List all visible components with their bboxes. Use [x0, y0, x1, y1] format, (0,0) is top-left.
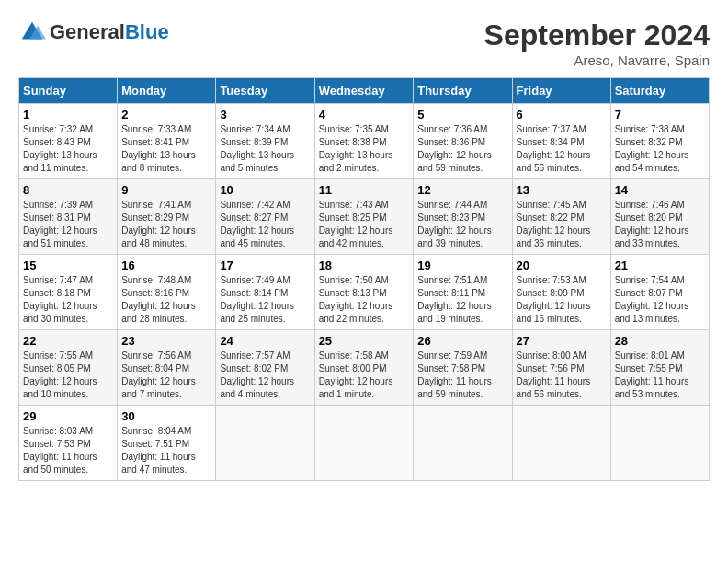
day-number: 6	[517, 108, 607, 121]
sunset-text: Sunset: 8:25 PM	[319, 213, 387, 223]
table-row: 9 Sunrise: 7:41 AM Sunset: 8:29 PM Dayli…	[118, 179, 216, 255]
daylight-text: Daylight: 12 hours and 7 minutes.	[121, 376, 196, 399]
logo-text: GeneralBlue	[50, 21, 169, 43]
table-row: 19 Sunrise: 7:51 AM Sunset: 8:11 PM Dayl…	[414, 255, 512, 330]
table-row: 4 Sunrise: 7:35 AM Sunset: 8:38 PM Dayli…	[314, 104, 414, 179]
table-row	[610, 406, 709, 481]
day-info: Sunrise: 7:45 AM Sunset: 8:22 PM Dayligh…	[517, 199, 607, 250]
table-row: 14 Sunrise: 7:46 AM Sunset: 8:20 PM Dayl…	[610, 179, 709, 255]
col-sunday: Sunday	[19, 78, 118, 104]
day-number: 21	[615, 259, 705, 272]
sunrise-text: Sunrise: 7:55 AM	[23, 350, 93, 361]
day-info: Sunrise: 8:04 AM Sunset: 7:51 PM Dayligh…	[121, 425, 211, 477]
day-number: 19	[417, 259, 507, 272]
sunset-text: Sunset: 8:13 PM	[319, 288, 387, 298]
sunrise-text: Sunrise: 8:01 AM	[615, 350, 685, 361]
day-info: Sunrise: 7:42 AM Sunset: 8:27 PM Dayligh…	[220, 199, 310, 250]
sunrise-text: Sunrise: 7:47 AM	[23, 275, 93, 285]
day-info: Sunrise: 7:59 AM Sunset: 7:58 PM Dayligh…	[417, 350, 507, 401]
day-number: 18	[319, 259, 410, 272]
day-info: Sunrise: 7:47 AM Sunset: 8:18 PM Dayligh…	[23, 274, 113, 326]
daylight-text: Daylight: 12 hours and 28 minutes.	[121, 301, 196, 324]
day-number: 16	[121, 259, 211, 272]
sunset-text: Sunset: 8:23 PM	[417, 213, 485, 223]
sunset-text: Sunset: 8:20 PM	[615, 213, 683, 223]
table-row: 20 Sunrise: 7:53 AM Sunset: 8:09 PM Dayl…	[512, 255, 610, 330]
daylight-text: Daylight: 12 hours and 13 minutes.	[615, 301, 689, 324]
table-row: 11 Sunrise: 7:43 AM Sunset: 8:25 PM Dayl…	[314, 179, 414, 255]
day-info: Sunrise: 7:50 AM Sunset: 8:13 PM Dayligh…	[319, 274, 410, 326]
day-number: 25	[319, 334, 410, 348]
daylight-text: Daylight: 11 hours and 53 minutes.	[615, 376, 689, 399]
day-info: Sunrise: 7:36 AM Sunset: 8:36 PM Dayligh…	[417, 123, 507, 175]
day-info: Sunrise: 7:56 AM Sunset: 8:04 PM Dayligh…	[121, 350, 211, 401]
day-info: Sunrise: 7:34 AM Sunset: 8:39 PM Dayligh…	[220, 123, 310, 175]
sunrise-text: Sunrise: 7:54 AM	[615, 275, 685, 285]
sunset-text: Sunset: 7:51 PM	[121, 439, 189, 449]
table-row: 21 Sunrise: 7:54 AM Sunset: 8:07 PM Dayl…	[610, 255, 709, 330]
table-row: 25 Sunrise: 7:58 AM Sunset: 8:00 PM Dayl…	[314, 330, 414, 406]
sunset-text: Sunset: 8:39 PM	[220, 137, 288, 147]
day-info: Sunrise: 7:57 AM Sunset: 8:02 PM Dayligh…	[220, 350, 310, 401]
sunrise-text: Sunrise: 7:51 AM	[417, 275, 487, 285]
day-number: 13	[517, 183, 607, 197]
sunrise-text: Sunrise: 7:59 AM	[417, 350, 487, 361]
sunrise-text: Sunrise: 7:41 AM	[121, 200, 191, 210]
table-row: 30 Sunrise: 8:04 AM Sunset: 7:51 PM Dayl…	[118, 406, 216, 481]
day-number: 11	[319, 183, 410, 197]
day-info: Sunrise: 7:32 AM Sunset: 8:43 PM Dayligh…	[23, 123, 113, 175]
sunrise-text: Sunrise: 7:38 AM	[615, 124, 685, 134]
calendar-row: 8 Sunrise: 7:39 AM Sunset: 8:31 PM Dayli…	[19, 179, 710, 255]
day-info: Sunrise: 7:38 AM Sunset: 8:32 PM Dayligh…	[615, 123, 705, 175]
sunset-text: Sunset: 8:34 PM	[517, 137, 585, 147]
daylight-text: Daylight: 12 hours and 1 minute.	[319, 376, 393, 399]
day-info: Sunrise: 7:58 AM Sunset: 8:00 PM Dayligh…	[319, 350, 410, 401]
sunrise-text: Sunrise: 7:48 AM	[121, 275, 191, 285]
day-number: 27	[517, 334, 607, 348]
day-info: Sunrise: 8:03 AM Sunset: 7:53 PM Dayligh…	[23, 425, 113, 477]
col-monday: Monday	[118, 78, 216, 104]
day-info: Sunrise: 7:54 AM Sunset: 8:07 PM Dayligh…	[615, 274, 705, 326]
daylight-text: Daylight: 12 hours and 33 minutes.	[615, 225, 689, 248]
table-row: 7 Sunrise: 7:38 AM Sunset: 8:32 PM Dayli…	[610, 104, 709, 179]
day-number: 8	[23, 183, 113, 197]
day-info: Sunrise: 8:01 AM Sunset: 7:55 PM Dayligh…	[615, 350, 705, 401]
table-row: 10 Sunrise: 7:42 AM Sunset: 8:27 PM Dayl…	[216, 179, 314, 255]
day-number: 15	[23, 259, 113, 272]
daylight-text: Daylight: 12 hours and 56 minutes.	[517, 150, 591, 173]
daylight-text: Daylight: 11 hours and 59 minutes.	[417, 376, 492, 399]
day-info: Sunrise: 7:55 AM Sunset: 8:05 PM Dayligh…	[23, 350, 113, 401]
table-row: 5 Sunrise: 7:36 AM Sunset: 8:36 PM Dayli…	[414, 104, 512, 179]
daylight-text: Daylight: 11 hours and 50 minutes.	[23, 452, 97, 475]
day-info: Sunrise: 7:43 AM Sunset: 8:25 PM Dayligh…	[319, 199, 410, 250]
col-thursday: Thursday	[414, 78, 512, 104]
day-info: Sunrise: 7:39 AM Sunset: 8:31 PM Dayligh…	[23, 199, 113, 250]
table-row: 27 Sunrise: 8:00 AM Sunset: 7:56 PM Dayl…	[512, 330, 610, 406]
sunrise-text: Sunrise: 7:44 AM	[417, 200, 487, 210]
table-row: 3 Sunrise: 7:34 AM Sunset: 8:39 PM Dayli…	[216, 104, 314, 179]
sunset-text: Sunset: 8:07 PM	[615, 288, 683, 298]
daylight-text: Daylight: 12 hours and 19 minutes.	[417, 301, 492, 324]
sunrise-text: Sunrise: 7:56 AM	[121, 350, 191, 361]
table-row: 1 Sunrise: 7:32 AM Sunset: 8:43 PM Dayli…	[19, 104, 118, 179]
calendar-row: 15 Sunrise: 7:47 AM Sunset: 8:18 PM Dayl…	[19, 255, 710, 330]
daylight-text: Daylight: 12 hours and 22 minutes.	[319, 301, 393, 324]
table-row: 29 Sunrise: 8:03 AM Sunset: 7:53 PM Dayl…	[19, 406, 118, 481]
table-row: 12 Sunrise: 7:44 AM Sunset: 8:23 PM Dayl…	[414, 179, 512, 255]
table-row	[512, 406, 610, 481]
sunset-text: Sunset: 8:43 PM	[23, 137, 91, 147]
calendar-row: 22 Sunrise: 7:55 AM Sunset: 8:05 PM Dayl…	[19, 330, 710, 406]
day-info: Sunrise: 7:48 AM Sunset: 8:16 PM Dayligh…	[121, 274, 211, 326]
table-row: 2 Sunrise: 7:33 AM Sunset: 8:41 PM Dayli…	[118, 104, 216, 179]
daylight-text: Daylight: 12 hours and 25 minutes.	[220, 301, 294, 324]
table-row: 17 Sunrise: 7:49 AM Sunset: 8:14 PM Dayl…	[216, 255, 314, 330]
sunrise-text: Sunrise: 7:35 AM	[319, 124, 389, 134]
daylight-text: Daylight: 12 hours and 39 minutes.	[417, 225, 492, 248]
sunset-text: Sunset: 8:32 PM	[615, 137, 683, 147]
sunset-text: Sunset: 8:16 PM	[121, 288, 189, 298]
daylight-text: Daylight: 12 hours and 59 minutes.	[417, 150, 492, 173]
sunrise-text: Sunrise: 7:42 AM	[220, 200, 290, 210]
sunset-text: Sunset: 8:41 PM	[121, 137, 189, 147]
day-info: Sunrise: 7:35 AM Sunset: 8:38 PM Dayligh…	[319, 123, 410, 175]
sunset-text: Sunset: 8:38 PM	[319, 137, 387, 147]
